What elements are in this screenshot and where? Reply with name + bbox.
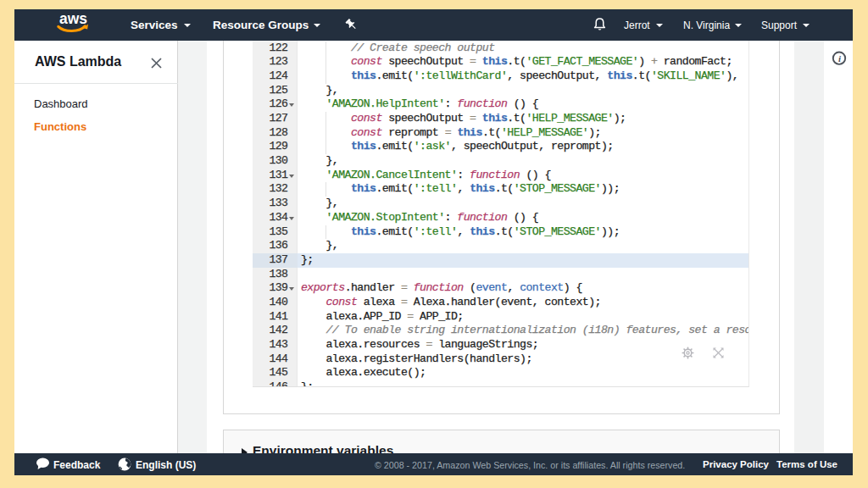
svg-text:aws: aws xyxy=(59,12,87,27)
svg-text:i: i xyxy=(838,53,842,64)
